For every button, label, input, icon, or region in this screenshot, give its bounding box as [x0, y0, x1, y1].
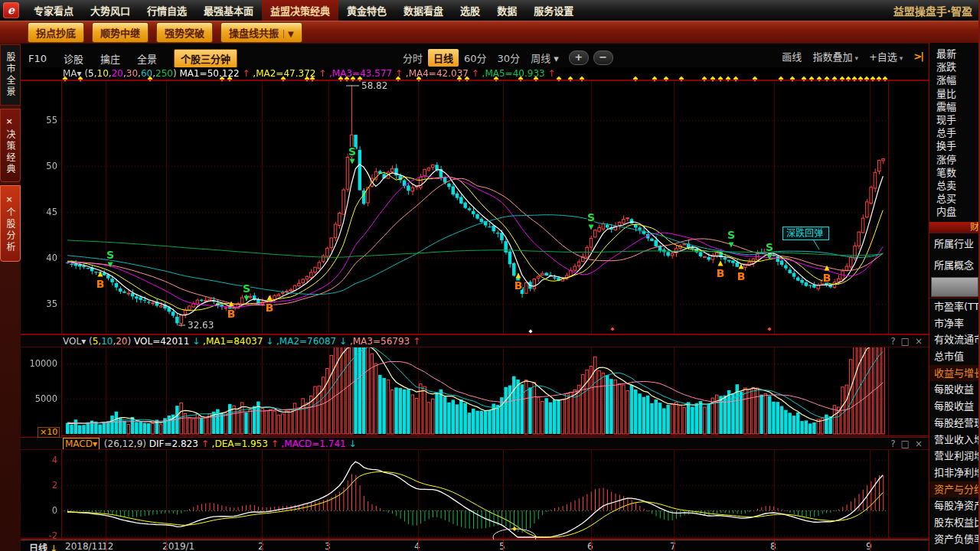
x-axis-tick [418, 540, 419, 551]
vol-header-segment: VOL▾ [63, 336, 89, 347]
strategy-button-3[interactable]: 强势突破 [156, 22, 213, 43]
quote-field-笔数[interactable]: 笔数 [929, 166, 980, 179]
chart-toolbar: F10诊股擒庄全景个股三分钟 分时日线60分30分周线 ▾+− 画线指数叠加▾+… [21, 43, 929, 67]
right-tool-1[interactable]: 画线 [782, 49, 802, 64]
period-tab-60分[interactable]: 60分 [459, 49, 492, 67]
finance-row[interactable]: 市净率 [929, 315, 980, 332]
period-tab-日线[interactable]: 日线 [428, 49, 459, 67]
toolbar-item-全景[interactable]: 全景 [137, 51, 157, 66]
period-tab-分时[interactable]: 分时 [397, 49, 428, 67]
close-icon[interactable]: × [915, 336, 923, 347]
quote-field-涨停[interactable]: 涨停 [929, 153, 980, 166]
help-icon[interactable]: ? [890, 439, 895, 449]
strategy-button-1[interactable]: 拐点抄底 [28, 22, 84, 43]
vol-indicator-header[interactable]: VOL▾ (5,10,20) VOL=42011 ↓ ,MA1=84037 ↓ … [21, 334, 929, 347]
right-tool-3[interactable]: +自选▾ [869, 49, 903, 64]
x-axis-label: 12 [102, 541, 113, 551]
x-axis-label: 4 [414, 541, 420, 551]
finance-row[interactable]: 每股收益 [929, 381, 980, 398]
left-tab-3[interactable]: ×个股分析 [0, 185, 21, 262]
finance-row[interactable]: 有效流通市 [929, 331, 980, 348]
ma-header-segment: 5 [88, 68, 94, 79]
x-axis-tick [328, 540, 329, 551]
quote-field-总手[interactable]: 总手 [929, 126, 980, 139]
finance-row[interactable]: 市盈率(TT [929, 298, 980, 315]
maximize-icon[interactable]: □ [901, 439, 910, 449]
menu-item-4[interactable]: 最强基本面 [195, 0, 262, 21]
quote-field-总买[interactable]: 总买 [929, 192, 980, 205]
quote-field-换手[interactable]: 换手 [929, 139, 980, 152]
period-tab-周线[interactable]: 周线 ▾ [525, 49, 564, 67]
quote-field-现手[interactable]: 现手 [929, 113, 980, 126]
maximize-icon[interactable]: □ [901, 336, 910, 347]
quote-field-震幅[interactable]: 震幅 [929, 100, 980, 113]
finance-row[interactable]: 扣非净利增 [929, 465, 980, 481]
strategy-button-4[interactable]: 操盘线共振▼ [220, 22, 302, 43]
finance-row[interactable]: 营业收入增 [929, 432, 980, 448]
strategy-button-2[interactable]: 顺势中继 [92, 22, 149, 43]
sidebar-link-1[interactable]: 所属行业 [934, 236, 974, 250]
toolbar-item-f10[interactable]: F10 [28, 53, 47, 64]
left-tab-2[interactable]: ×决策经典 [0, 109, 21, 182]
dropdown-arrow-icon[interactable]: ▼ [283, 30, 294, 38]
menu-item-9[interactable]: 数据 [488, 0, 525, 21]
left-tab-label: 决策经典 [4, 129, 17, 175]
app-logo-icon[interactable]: e [3, 2, 19, 18]
menu-item-1[interactable]: 专家看点 [25, 0, 82, 21]
dropdown-arrow-icon: ▾ [854, 54, 858, 62]
left-tab-1[interactable]: 股市全景 [0, 44, 21, 106]
collapse-panel-icon[interactable]: >| [913, 51, 923, 62]
finance-section-bar[interactable]: 财 [929, 222, 980, 233]
right-tool-2[interactable]: 指数叠加▾ [812, 49, 858, 64]
menu-item-3[interactable]: 行情自选 [139, 0, 195, 21]
finance-row[interactable]: 每股收益 [929, 398, 980, 415]
menu-item-7[interactable]: 数据看盘 [395, 0, 452, 21]
zoom-out-button[interactable]: − [593, 51, 613, 65]
ma-indicator-header[interactable]: MA▾ (5,10,20,30,60,250) MA1=50.122 ↑ ,MA… [21, 67, 929, 80]
close-icon[interactable]: × [5, 194, 15, 204]
sidebar-gray-box[interactable] [931, 277, 978, 297]
ma-header-segment: ↑ [315, 68, 326, 79]
quote-field-内盘[interactable]: 内盘 [929, 205, 980, 218]
macd-header-segment: MACD▾ [63, 438, 100, 450]
finance-row[interactable]: 每股经营现 [929, 415, 980, 432]
period-indicator[interactable]: 日线↓ [29, 541, 57, 551]
quote-field-涨跌[interactable]: 涨跌 [929, 60, 980, 73]
quote-field-最新[interactable]: 最新 [929, 47, 980, 60]
menu-bar: e 专家看点大势风口行情自选最强基本面益盟决策经典黄金特色数据看盘选股数据服务设… [0, 0, 980, 21]
ma-header-segment: 30 [126, 68, 138, 79]
feature-button[interactable]: 个股三分钟 [174, 49, 237, 68]
menu-item-5[interactable]: 益盟决策经典 [262, 0, 338, 21]
help-icon[interactable]: ? [890, 336, 895, 347]
kline-chart-canvas[interactable] [21, 67, 929, 540]
finance-row[interactable]: 股东权益比 [929, 514, 980, 531]
quote-field-量比[interactable]: 量比 [929, 87, 980, 100]
x-axis-tick [262, 540, 263, 551]
toolbar-item-擒庄[interactable]: 擒庄 [100, 51, 120, 66]
finance-row[interactable]: 每股净资产 [929, 497, 980, 514]
toolbar-item-诊股[interactable]: 诊股 [64, 51, 83, 66]
x-axis-label: 9 [866, 541, 872, 551]
finance-row[interactable]: 总市值 [929, 348, 980, 365]
quote-sidebar: 最新涨跌涨幅量比震幅现手总手换手涨停笔数总卖总买内盘 财 市盈率(TT市净率有效… [929, 43, 980, 551]
period-label: 日线 [29, 543, 47, 551]
finance-section-header[interactable]: 收益与增长 [929, 365, 980, 382]
strategy-toolbar: 拐点抄底顺势中继强势突破操盘线共振▼ [0, 21, 980, 43]
finance-row[interactable]: 资产负债率 [929, 531, 980, 548]
macd-header-segment: ↓ [346, 439, 357, 449]
quote-field-总卖[interactable]: 总卖 [929, 179, 980, 192]
macd-indicator-header[interactable]: MACD▾ (26,12,9) DIF=2.823 ↑ ,DEA=1.953 ↑… [21, 437, 929, 450]
menu-item-8[interactable]: 选股 [452, 0, 488, 21]
finance-section-header[interactable]: 资产与分红 [929, 481, 980, 498]
ma-header-segment: 250 [155, 68, 173, 79]
close-icon[interactable]: × [915, 439, 923, 449]
close-icon[interactable]: × [5, 116, 15, 126]
period-tab-30分[interactable]: 30分 [492, 49, 526, 67]
menu-item-2[interactable]: 大势风口 [82, 0, 139, 21]
menu-item-10[interactable]: 服务设置 [525, 0, 582, 21]
sidebar-link-2[interactable]: 所属概念 [934, 257, 974, 272]
finance-row[interactable]: 营业利润增 [929, 448, 980, 465]
menu-item-6[interactable]: 黄金特色 [338, 0, 395, 21]
quote-field-涨幅[interactable]: 涨幅 [929, 73, 980, 86]
zoom-in-button[interactable]: + [569, 51, 589, 65]
